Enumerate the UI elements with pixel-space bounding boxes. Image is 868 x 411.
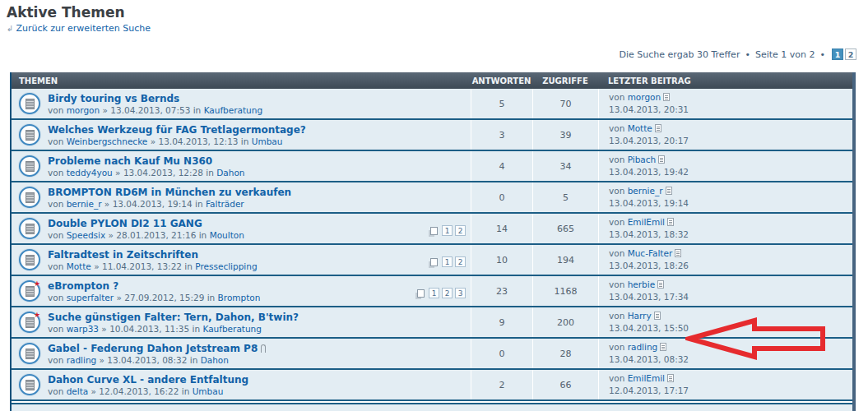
- replies-count: 0: [471, 182, 532, 212]
- goto-last-post-icon[interactable]: [675, 249, 681, 257]
- forum-link[interactable]: Brompton: [218, 293, 261, 302]
- last-post-author-line: von morgon: [609, 91, 852, 104]
- last-post-author-link[interactable]: Harry: [628, 311, 652, 321]
- views-count: 5: [532, 182, 598, 212]
- last-post-author-link[interactable]: radling: [628, 342, 658, 352]
- table-row: ★ Suche günstigen Falter: Tern, Dahon, B…: [12, 307, 852, 339]
- topic-meta: von warp33 » 10.04.2013, 11:35 in Kaufbe…: [48, 323, 299, 335]
- goto-page-1[interactable]: 1: [429, 288, 439, 298]
- forum-link[interactable]: Kaufberatung: [204, 105, 262, 115]
- meta-posted-text: » 13.04.2013, 07:53 in: [103, 105, 202, 115]
- meta-posted-text: » 12.04.2013, 16:22 in: [91, 386, 190, 396]
- goto-last-post-icon[interactable]: [658, 155, 665, 164]
- topic-title-link[interactable]: BROMPTON RD6M in München zu verkaufen: [48, 187, 291, 198]
- topic-title-link[interactable]: Suche günstigen Falter: Tern, Dahon, B't…: [48, 312, 299, 323]
- topic-title-link[interactable]: Double PYLON DI2 11 GANG: [48, 218, 202, 229]
- last-post-author-link[interactable]: herbie: [628, 279, 655, 289]
- forum-link[interactable]: Dahon: [201, 355, 229, 365]
- last-von-label: von: [609, 248, 624, 258]
- goto-last-post-icon[interactable]: [667, 218, 674, 226]
- back-to-search-link[interactable]: Zurück zur erweiterten Suche: [16, 23, 151, 34]
- author-link[interactable]: bernie_r: [67, 199, 102, 209]
- replies-count: 23: [471, 276, 532, 306]
- topic-title-link[interactable]: Faltradtest in Zeitschriften: [48, 249, 198, 261]
- goto-page-1[interactable]: 1: [442, 256, 453, 267]
- last-post-author-link[interactable]: morgon: [628, 92, 661, 102]
- last-post-author-line: von Muc-Falter: [609, 247, 852, 260]
- topic-meta: von bernie_r » 13.04.2013, 19:14 in Falt…: [48, 198, 291, 210]
- last-post-date: 13.04.2013, 20:17: [609, 135, 852, 147]
- goto-last-post-icon[interactable]: [663, 93, 670, 101]
- author-link[interactable]: superfalter: [67, 293, 114, 302]
- table-row: ★ Faltradtest in Zeitschriften von Motte…: [12, 245, 852, 276]
- topic-title-link[interactable]: eBrompton ?: [48, 280, 118, 292]
- last-post-author-link[interactable]: Muc-Falter: [628, 248, 673, 258]
- topic-title-link[interactable]: Probleme nach Kauf Mu N360: [48, 155, 212, 167]
- last-post-author-line: von radling: [609, 341, 852, 353]
- multipage-indicator: 12: [430, 256, 466, 267]
- author-link[interactable]: Weinbergschnecke: [67, 136, 148, 146]
- topic-meta: von morgon » 13.04.2013, 07:53 in Kaufbe…: [48, 104, 262, 116]
- goto-page-3[interactable]: 3: [455, 288, 466, 298]
- forum-link[interactable]: Moulton: [210, 230, 244, 240]
- last-post-author-link[interactable]: Motte: [628, 123, 652, 133]
- last-post-author-link[interactable]: Pibach: [628, 155, 657, 164]
- author-link[interactable]: teddy4you: [67, 168, 113, 178]
- author-link[interactable]: Motte: [67, 261, 91, 271]
- goto-page-2[interactable]: 2: [455, 256, 466, 267]
- multipage-indicator: 123: [417, 288, 466, 298]
- goto-page-1[interactable]: 1: [442, 225, 453, 236]
- views-count: 194: [532, 245, 598, 275]
- meta-von-label: von: [48, 261, 63, 271]
- page-number-boxes: 12: [830, 48, 856, 60]
- last-post-cell: von bernie_r 13.04.2013, 19:14: [598, 182, 852, 212]
- author-link[interactable]: delta: [67, 386, 89, 396]
- goto-last-post-icon[interactable]: [666, 187, 672, 195]
- last-post-author-link[interactable]: EmilEmil: [628, 373, 665, 383]
- goto-page-2[interactable]: 2: [455, 225, 466, 236]
- replies-count: 9: [471, 307, 532, 337]
- topic-icon: ★: [19, 280, 40, 302]
- last-post-author-link[interactable]: EmilEmil: [628, 217, 665, 227]
- forum-link[interactable]: Dahon: [216, 168, 244, 178]
- goto-last-post-icon[interactable]: [660, 343, 666, 351]
- goto-last-post-icon[interactable]: [657, 280, 664, 289]
- replies-count: 14: [471, 214, 532, 243]
- forum-link[interactable]: Umbau: [252, 136, 283, 146]
- goto-last-post-icon[interactable]: [654, 312, 661, 320]
- goto-last-post-icon[interactable]: [667, 374, 674, 382]
- topic-title-link[interactable]: Gabel - Federung Dahon Jetstream P8: [48, 343, 258, 354]
- goto-last-post-icon[interactable]: [655, 124, 661, 132]
- topic-title-link[interactable]: Birdy touring vs Bernds: [48, 93, 179, 104]
- views-count: 1168: [532, 276, 598, 306]
- author-link[interactable]: Speedsix: [67, 230, 106, 240]
- pagination-page-2[interactable]: 2: [845, 48, 856, 60]
- topic-meta: von radling » 13.04.2013, 08:32 in Dahon: [48, 354, 266, 366]
- forum-link[interactable]: Kaufberatung: [202, 324, 261, 334]
- goto-page-2[interactable]: 2: [442, 288, 453, 298]
- forum-link[interactable]: Umbau: [193, 386, 224, 396]
- last-post-date: 13.04.2013, 20:31: [609, 104, 852, 116]
- forum-link[interactable]: Presseclipping: [195, 261, 257, 271]
- meta-von-label: von: [48, 105, 63, 115]
- last-post-author-link[interactable]: bernie_r: [628, 186, 663, 196]
- page-title: Aktive Themen: [7, 4, 125, 21]
- topic-title-link[interactable]: Dahon Curve XL - andere Entfaltung: [48, 374, 248, 386]
- last-post-author-line: von Harry: [609, 310, 852, 322]
- views-count: 200: [532, 307, 598, 337]
- topic-title-link[interactable]: Welches Werkzeug für FAG Tretlagermontag…: [48, 124, 306, 136]
- topic-meta: von Speedsix » 28.01.2013, 21:16 in Moul…: [48, 229, 244, 241]
- forum-link[interactable]: Falträder: [206, 199, 244, 209]
- meta-posted-text: » 13.04.2013, 12:13 in: [151, 136, 249, 146]
- author-link[interactable]: radling: [67, 355, 97, 365]
- pages-icon: [430, 227, 438, 235]
- author-link[interactable]: morgon: [67, 105, 100, 115]
- author-link[interactable]: warp33: [67, 324, 99, 334]
- views-count: 70: [532, 89, 598, 118]
- pagination-page-1[interactable]: 1: [832, 48, 843, 60]
- meta-posted-text: » 28.01.2013, 21:16 in: [109, 230, 207, 240]
- pages-icon: [430, 258, 438, 266]
- last-post-cell: von EmilEmil 12.04.2013, 17:17: [598, 370, 852, 399]
- table-body: ★ Birdy touring vs Bernds von morgon » 1…: [12, 89, 852, 401]
- table-row: ★ Welches Werkzeug für FAG Tretlagermont…: [12, 120, 852, 151]
